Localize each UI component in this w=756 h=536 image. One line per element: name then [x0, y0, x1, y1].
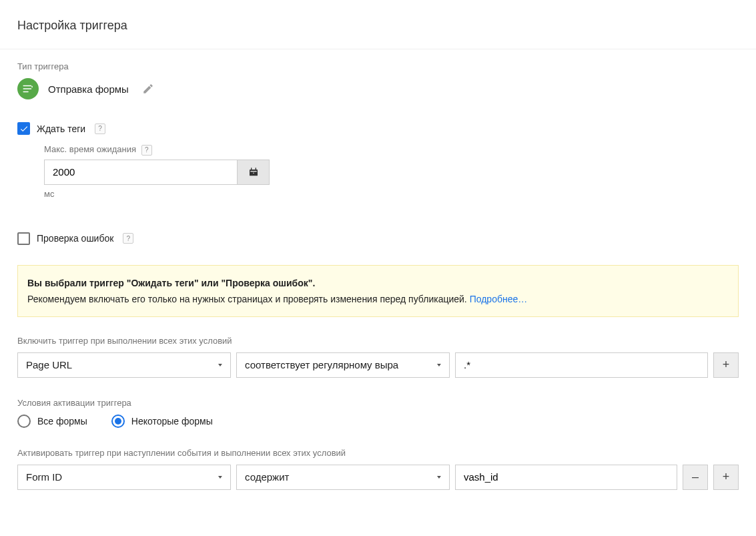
svg-rect-3 [250, 171, 256, 172]
info-title: Вы выбрали триггер "Ожидать теги" или "П… [27, 278, 729, 288]
enable-cond-add-button[interactable]: + [713, 352, 739, 378]
radio-all-forms-icon [17, 415, 31, 428]
activation-radio-group: Все формы Некоторые формы [17, 415, 739, 428]
page-title: Настройка триггера [0, 0, 756, 49]
fire-cond-variable-select[interactable]: Form ID [17, 465, 231, 490]
fire-condition-row: Form ID содержит – + [17, 465, 739, 490]
timeout-label-row: Макс. время ожидания ? [44, 144, 739, 156]
fire-cond-remove-button[interactable]: – [683, 465, 708, 490]
fire-cond-operator-value: содержит [245, 471, 289, 483]
check-errors-checkbox[interactable] [17, 232, 30, 245]
fire-cond-add-button[interactable]: + [713, 465, 739, 490]
wait-tags-label: Ждать теги [37, 123, 85, 134]
timeout-block: Макс. время ожидания ? мс [44, 144, 739, 199]
form-submit-icon [17, 78, 39, 99]
edit-trigger-type-button[interactable] [142, 83, 154, 95]
enable-cond-variable-select[interactable]: Page URL [17, 352, 231, 378]
fire-cond-value-input[interactable] [455, 465, 677, 490]
radio-some-forms[interactable]: Некоторые формы [111, 415, 213, 428]
svg-rect-4 [253, 172, 254, 173]
svg-rect-2 [255, 168, 256, 170]
radio-all-forms[interactable]: Все формы [17, 415, 87, 428]
info-link[interactable]: Подробнее… [470, 294, 528, 304]
wait-tags-row: Ждать теги ? [17, 122, 739, 135]
enable-cond-operator-value: соответствует регулярному выра [245, 359, 398, 370]
trigger-type-row: Отправка формы [17, 78, 739, 99]
wait-tags-help-icon[interactable]: ? [95, 123, 105, 134]
enable-cond-value-input[interactable] [455, 352, 708, 378]
info-body: Рекомендуем включать его только на нужны… [27, 294, 729, 304]
enable-cond-operator-select[interactable]: соответствует регулярному выра [236, 352, 450, 378]
radio-some-forms-icon [111, 415, 125, 428]
check-errors-label: Проверка ошибок [37, 233, 113, 244]
check-errors-help-icon[interactable]: ? [123, 233, 133, 244]
enable-condition-row: Page URL соответствует регулярному выра … [17, 352, 739, 378]
timeout-picker-button[interactable] [238, 160, 270, 185]
timeout-input-row [44, 160, 739, 185]
trigger-type-name: Отправка формы [48, 83, 129, 95]
activation-label: Условия активации триггера [17, 398, 739, 408]
radio-some-forms-label: Некоторые формы [131, 416, 213, 427]
enable-cond-variable-value: Page URL [26, 359, 72, 370]
header-divider [0, 49, 756, 49]
radio-all-forms-label: Все формы [37, 416, 87, 427]
enable-conditions-label: Включить триггер при выполнении всех эти… [17, 336, 739, 346]
info-body-text: Рекомендуем включать его только на нужны… [27, 294, 470, 304]
trigger-type-label: Тип триггера [17, 61, 739, 71]
fire-cond-operator-select[interactable]: содержит [236, 465, 450, 490]
timeout-unit: мс [44, 189, 739, 199]
svg-rect-1 [251, 168, 252, 170]
fire-cond-variable-value: Form ID [26, 471, 62, 483]
check-errors-row: Проверка ошибок ? [17, 232, 739, 245]
fire-conditions-label: Активировать триггер при наступлении соб… [17, 448, 739, 458]
timeout-help-icon[interactable]: ? [141, 145, 152, 156]
wait-tags-checkbox[interactable] [17, 122, 30, 135]
info-box: Вы выбрали триггер "Ожидать теги" или "П… [17, 265, 739, 317]
timeout-label: Макс. время ожидания [44, 144, 136, 154]
timeout-input[interactable] [44, 160, 238, 185]
